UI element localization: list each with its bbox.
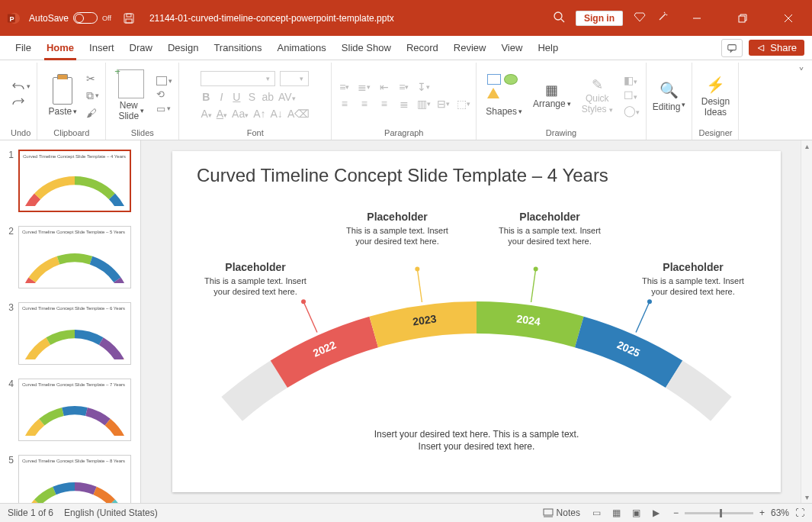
slide-thumbnail-2[interactable]: Curved Timeline Concept Slide Template –… bbox=[18, 226, 131, 288]
scroll-down-icon[interactable]: ▾ bbox=[805, 491, 809, 503]
svg-line-7 bbox=[561, 19, 564, 22]
shapes-button[interactable]: Shapes▾ bbox=[486, 74, 522, 117]
collapse-ribbon-button[interactable]: ˅ bbox=[798, 63, 807, 80]
reading-view-button[interactable]: ▣ bbox=[631, 508, 643, 518]
normal-view-button[interactable]: ▭ bbox=[591, 508, 603, 518]
editing-button[interactable]: 🔍 Editing▾ bbox=[653, 79, 686, 112]
reset-slide-button[interactable]: ⟲ bbox=[156, 89, 172, 100]
group-label-undo: Undo bbox=[11, 127, 30, 140]
change-case-button[interactable]: Aa▾ bbox=[232, 108, 249, 120]
slideshow-view-button[interactable]: ▶ bbox=[650, 508, 663, 518]
bold-button[interactable]: B bbox=[201, 91, 211, 103]
tab-animations[interactable]: Animations bbox=[270, 36, 334, 60]
vertical-scrollbar[interactable]: ▴ ▾ bbox=[801, 140, 812, 503]
window-restore-button[interactable] bbox=[725, 8, 760, 29]
smartart-button[interactable]: ⬚▾ bbox=[457, 98, 470, 109]
fit-slide-button[interactable]: ⛶ bbox=[795, 508, 804, 518]
align-right-button[interactable]: ≡ bbox=[378, 98, 390, 109]
numbering-button[interactable]: ≣▾ bbox=[358, 82, 371, 92]
tab-slide-show[interactable]: Slide Show bbox=[334, 36, 399, 60]
cut-button[interactable]: ✂ bbox=[86, 72, 99, 85]
align-left-button[interactable]: ≡ bbox=[339, 98, 351, 109]
slide-thumbnail-5[interactable]: Curved Timeline Concept Slide Template –… bbox=[18, 455, 131, 503]
tab-draw[interactable]: Draw bbox=[122, 36, 160, 60]
tab-help[interactable]: Help bbox=[530, 36, 566, 60]
comments-button[interactable] bbox=[721, 39, 743, 57]
tab-file[interactable]: File bbox=[8, 36, 39, 60]
gem-icon[interactable] bbox=[634, 11, 646, 25]
format-painter-button[interactable]: 🖌 bbox=[86, 107, 99, 119]
sign-in-button[interactable]: Sign in bbox=[576, 11, 623, 26]
window-close-button[interactable] bbox=[771, 8, 806, 29]
group-label-font[interactable]: Font bbox=[247, 127, 264, 140]
columns-button[interactable]: ▥▾ bbox=[418, 98, 430, 109]
tab-design[interactable]: Design bbox=[160, 36, 206, 60]
slide-thumbnail-3[interactable]: Curved Timeline Concept Slide Template –… bbox=[18, 302, 131, 365]
notes-button[interactable]: Notes bbox=[543, 508, 580, 518]
tab-insert[interactable]: Insert bbox=[82, 36, 122, 60]
group-label-paragraph[interactable]: Paragraph bbox=[384, 127, 423, 140]
shape-effects-button[interactable]: ◯▾ bbox=[624, 105, 640, 117]
justify-button[interactable]: ≣ bbox=[398, 98, 410, 109]
character-spacing-button[interactable]: AV▾ bbox=[278, 91, 296, 103]
slide-indicator[interactable]: Slide 1 of 6 bbox=[8, 508, 53, 518]
italic-button[interactable]: I bbox=[216, 91, 226, 103]
undo-button[interactable]: ▾ bbox=[11, 81, 30, 92]
shape-outline-button[interactable]: ☐▾ bbox=[624, 89, 640, 102]
section-button[interactable]: ▭▾ bbox=[156, 103, 172, 114]
scroll-up-icon[interactable]: ▴ bbox=[805, 140, 809, 152]
timeline-arc[interactable]: 2022202320242025 bbox=[172, 233, 781, 492]
design-ideas-button[interactable]: ⚡ Design Ideas bbox=[701, 73, 730, 118]
wand-icon[interactable] bbox=[656, 11, 669, 25]
shrink-font-button[interactable]: A↓ bbox=[271, 108, 283, 120]
slide-bottom-text[interactable]: Insert your desired text here. This is a… bbox=[374, 428, 579, 453]
tab-transitions[interactable]: Transitions bbox=[206, 36, 269, 60]
slide-canvas[interactable]: Curved Timeline Concept Slide Template –… bbox=[172, 151, 781, 492]
font-size-combo[interactable]: ▾ bbox=[280, 71, 309, 86]
sorter-view-button[interactable]: ▦ bbox=[611, 508, 623, 518]
save-icon[interactable] bbox=[122, 11, 136, 25]
grow-font-button[interactable]: A↑ bbox=[253, 108, 265, 120]
slide-title[interactable]: Curved Timeline Concept Slide Template –… bbox=[197, 165, 608, 186]
new-slide-button[interactable]: New Slide▾ bbox=[112, 69, 150, 121]
clear-format-button[interactable]: A⌫ bbox=[287, 108, 310, 120]
slide-thumbnail-4[interactable]: Curved Timeline Concept Slide Template –… bbox=[18, 379, 131, 441]
zoom-slider[interactable] bbox=[685, 512, 753, 514]
tab-view[interactable]: View bbox=[493, 36, 530, 60]
language-indicator[interactable]: English (United States) bbox=[64, 508, 158, 518]
zoom-out-button[interactable]: − bbox=[673, 508, 679, 518]
autosave-toggle[interactable]: AutoSave Off bbox=[29, 12, 111, 24]
tab-home[interactable]: Home bbox=[39, 36, 82, 60]
underline-button[interactable]: U bbox=[231, 91, 242, 103]
redo-button[interactable] bbox=[11, 96, 25, 110]
align-text-button[interactable]: ⊟▾ bbox=[438, 98, 450, 109]
indent-dec-button[interactable]: ⇤ bbox=[378, 82, 390, 92]
svg-line-23 bbox=[636, 301, 650, 332]
shape-fill-button[interactable]: ◧▾ bbox=[624, 74, 640, 86]
font-color-button[interactable]: A▾ bbox=[201, 108, 211, 120]
highlight-button[interactable]: A▾ bbox=[217, 108, 227, 120]
slide-thumbnails-pane[interactable]: 1Curved Timeline Concept Slide Template … bbox=[0, 140, 141, 503]
zoom-in-button[interactable]: + bbox=[759, 508, 765, 518]
search-icon[interactable] bbox=[553, 11, 565, 25]
line-spacing-button[interactable]: ≡▾ bbox=[398, 82, 410, 92]
text-direction-button[interactable]: ↧▾ bbox=[418, 82, 430, 92]
font-family-combo[interactable]: ▾ bbox=[201, 71, 275, 86]
zoom-percentage[interactable]: 63% bbox=[771, 508, 789, 518]
group-label-drawing[interactable]: Drawing bbox=[546, 127, 576, 140]
slide-thumbnail-1[interactable]: Curved Timeline Concept Slide Template –… bbox=[18, 150, 131, 212]
group-label-clipboard[interactable]: Clipboard bbox=[53, 127, 89, 140]
arrange-button[interactable]: ▦ Arrange▾ bbox=[533, 82, 571, 109]
align-center-button[interactable]: ≡ bbox=[358, 98, 371, 109]
tab-record[interactable]: Record bbox=[399, 36, 446, 60]
strike-button[interactable]: S bbox=[246, 91, 257, 103]
tab-review[interactable]: Review bbox=[446, 36, 494, 60]
layout-button[interactable]: ▾ bbox=[156, 76, 172, 85]
titlebar-right: Sign in bbox=[553, 8, 806, 29]
share-button[interactable]: Share bbox=[749, 40, 804, 56]
window-minimize-button[interactable] bbox=[679, 8, 714, 29]
shadow-button[interactable]: ab bbox=[262, 91, 274, 103]
paste-button[interactable]: Paste▾ bbox=[43, 74, 82, 117]
copy-button[interactable]: ⧉ ▾ bbox=[86, 89, 99, 102]
bullets-button[interactable]: ≡▾ bbox=[339, 82, 351, 92]
